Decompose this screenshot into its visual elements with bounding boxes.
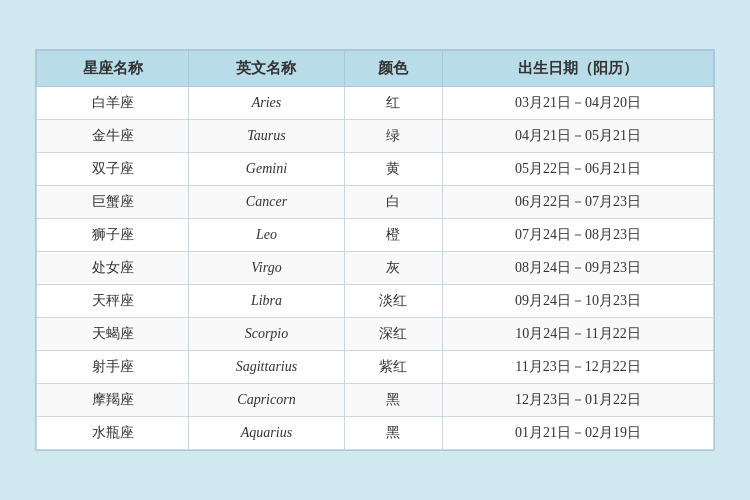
table-row: 白羊座Aries红03月21日－04月20日 — [37, 87, 714, 120]
cell-chinese-name: 处女座 — [37, 252, 189, 285]
cell-color: 白 — [344, 186, 443, 219]
zodiac-table-container: 星座名称 英文名称 颜色 出生日期（阳历） 白羊座Aries红03月21日－04… — [35, 49, 715, 451]
table-row: 处女座Virgo灰08月24日－09月23日 — [37, 252, 714, 285]
header-dates: 出生日期（阳历） — [443, 51, 714, 87]
cell-color: 深红 — [344, 318, 443, 351]
table-body: 白羊座Aries红03月21日－04月20日金牛座Taurus绿04月21日－0… — [37, 87, 714, 450]
cell-english-name: Aquarius — [189, 417, 344, 450]
header-english-name: 英文名称 — [189, 51, 344, 87]
cell-color: 橙 — [344, 219, 443, 252]
cell-dates: 06月22日－07月23日 — [443, 186, 714, 219]
table-row: 金牛座Taurus绿04月21日－05月21日 — [37, 120, 714, 153]
cell-english-name: Gemini — [189, 153, 344, 186]
cell-chinese-name: 双子座 — [37, 153, 189, 186]
cell-dates: 03月21日－04月20日 — [443, 87, 714, 120]
cell-color: 黄 — [344, 153, 443, 186]
cell-color: 淡红 — [344, 285, 443, 318]
cell-english-name: Taurus — [189, 120, 344, 153]
cell-chinese-name: 水瓶座 — [37, 417, 189, 450]
cell-english-name: Scorpio — [189, 318, 344, 351]
cell-chinese-name: 金牛座 — [37, 120, 189, 153]
cell-color: 红 — [344, 87, 443, 120]
cell-chinese-name: 白羊座 — [37, 87, 189, 120]
header-chinese-name: 星座名称 — [37, 51, 189, 87]
cell-english-name: Capricorn — [189, 384, 344, 417]
table-row: 射手座Sagittarius紫红11月23日－12月22日 — [37, 351, 714, 384]
cell-english-name: Virgo — [189, 252, 344, 285]
table-row: 水瓶座Aquarius黑01月21日－02月19日 — [37, 417, 714, 450]
cell-chinese-name: 摩羯座 — [37, 384, 189, 417]
cell-color: 黑 — [344, 417, 443, 450]
cell-color: 紫红 — [344, 351, 443, 384]
cell-color: 灰 — [344, 252, 443, 285]
cell-dates: 11月23日－12月22日 — [443, 351, 714, 384]
table-row: 双子座Gemini黄05月22日－06月21日 — [37, 153, 714, 186]
cell-english-name: Cancer — [189, 186, 344, 219]
cell-chinese-name: 巨蟹座 — [37, 186, 189, 219]
cell-english-name: Libra — [189, 285, 344, 318]
cell-dates: 10月24日－11月22日 — [443, 318, 714, 351]
header-color: 颜色 — [344, 51, 443, 87]
cell-chinese-name: 天秤座 — [37, 285, 189, 318]
table-row: 摩羯座Capricorn黑12月23日－01月22日 — [37, 384, 714, 417]
table-row: 狮子座Leo橙07月24日－08月23日 — [37, 219, 714, 252]
cell-dates: 07月24日－08月23日 — [443, 219, 714, 252]
table-row: 巨蟹座Cancer白06月22日－07月23日 — [37, 186, 714, 219]
cell-dates: 04月21日－05月21日 — [443, 120, 714, 153]
cell-dates: 09月24日－10月23日 — [443, 285, 714, 318]
cell-english-name: Sagittarius — [189, 351, 344, 384]
cell-english-name: Aries — [189, 87, 344, 120]
cell-dates: 12月23日－01月22日 — [443, 384, 714, 417]
zodiac-table: 星座名称 英文名称 颜色 出生日期（阳历） 白羊座Aries红03月21日－04… — [36, 50, 714, 450]
cell-dates: 08月24日－09月23日 — [443, 252, 714, 285]
cell-color: 绿 — [344, 120, 443, 153]
table-row: 天蝎座Scorpio深红10月24日－11月22日 — [37, 318, 714, 351]
table-row: 天秤座Libra淡红09月24日－10月23日 — [37, 285, 714, 318]
table-header-row: 星座名称 英文名称 颜色 出生日期（阳历） — [37, 51, 714, 87]
cell-chinese-name: 射手座 — [37, 351, 189, 384]
cell-dates: 01月21日－02月19日 — [443, 417, 714, 450]
cell-chinese-name: 天蝎座 — [37, 318, 189, 351]
cell-english-name: Leo — [189, 219, 344, 252]
cell-dates: 05月22日－06月21日 — [443, 153, 714, 186]
cell-chinese-name: 狮子座 — [37, 219, 189, 252]
cell-color: 黑 — [344, 384, 443, 417]
